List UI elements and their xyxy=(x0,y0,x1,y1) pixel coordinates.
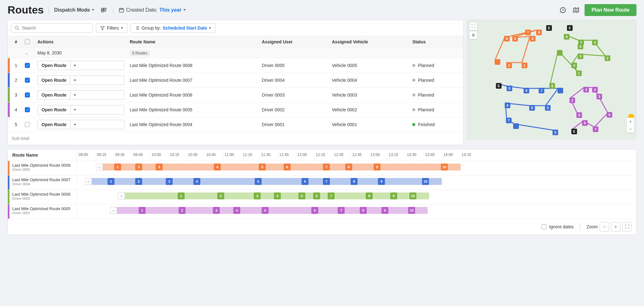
timeline-track[interactable]: ⌂ 12345678910 xyxy=(77,190,636,204)
row-checkbox[interactable]: ✓ xyxy=(25,107,30,112)
dispatch-mode-dropdown[interactable]: Dispatch Mode xyxy=(54,7,94,13)
map-pin[interactable]: 8 xyxy=(524,88,529,93)
map-icon-button[interactable] xyxy=(571,5,581,15)
map-pin[interactable]: 1 xyxy=(576,70,582,76)
timeline-stop[interactable]: 3 xyxy=(166,178,173,185)
map-pin[interactable]: E xyxy=(571,129,577,134)
timeline-stop[interactable]: 9 xyxy=(378,178,385,185)
map-pin[interactable]: E xyxy=(567,25,573,31)
dispatch-icon-button[interactable] xyxy=(99,6,108,14)
map-pin[interactable]: 8 xyxy=(504,36,510,42)
timeline-stop[interactable]: 4 xyxy=(233,207,240,214)
timeline-stop[interactable]: 4 xyxy=(214,164,221,170)
map-pin[interactable]: E xyxy=(546,25,552,31)
ignore-dates-toggle[interactable]: Ignore dates xyxy=(541,224,574,229)
filters-button[interactable]: Filters xyxy=(96,23,127,33)
select-all-checkbox[interactable] xyxy=(25,39,30,44)
timeline-track[interactable]: ⌂ 12345678910 xyxy=(77,161,636,175)
map-pin[interactable]: $ xyxy=(549,83,555,89)
history-icon-button[interactable] xyxy=(558,5,568,15)
timeline-stop[interactable]: 10 xyxy=(422,178,429,185)
map-pin[interactable]: 3 xyxy=(583,87,589,92)
map-pin[interactable]: 2 xyxy=(506,63,512,68)
map-pin[interactable] xyxy=(513,123,519,129)
map-panel[interactable]: ⛶ ⚙ 868792197635241$EEEE9876837534529687… xyxy=(467,20,636,139)
row-checkbox[interactable] xyxy=(25,122,30,127)
map-pin[interactable]: 9 xyxy=(507,86,512,91)
timeline-stop[interactable]: 2 xyxy=(135,178,142,185)
map-pin[interactable]: 6 xyxy=(505,103,510,108)
timeline-stop[interactable]: 6 xyxy=(284,164,291,170)
timeline-stop[interactable]: 2 xyxy=(217,192,224,199)
map-pin[interactable]: 5 xyxy=(578,53,583,59)
map-pin[interactable]: 6 xyxy=(578,44,583,49)
open-route-label[interactable]: Open Route xyxy=(38,105,70,114)
row-checkbox[interactable]: ✓ xyxy=(25,92,30,97)
timeline-stop[interactable]: 9 xyxy=(374,164,380,170)
map-pin[interactable]: 8 xyxy=(530,36,536,42)
timeline-stop[interactable]: 8 xyxy=(366,192,373,199)
map-pin[interactable] xyxy=(495,59,500,65)
timeline-stop[interactable]: 4 xyxy=(274,192,281,199)
map-pin[interactable]: 2 xyxy=(605,55,610,61)
timeline-stop[interactable]: 10 xyxy=(408,207,415,214)
map-pin[interactable]: 3 xyxy=(545,105,551,111)
map-pin[interactable]: 6 xyxy=(607,112,612,118)
row-checkbox[interactable]: ✓ xyxy=(25,78,30,83)
map-pin[interactable]: 7 xyxy=(593,126,598,132)
open-route-dropdown[interactable] xyxy=(70,120,79,129)
timeline-stop[interactable]: 1 xyxy=(108,178,114,185)
timeline-stop[interactable]: 5 xyxy=(262,207,269,214)
row-checkbox[interactable]: ✓ xyxy=(25,63,30,68)
timeline-stop[interactable]: 4 xyxy=(193,178,200,185)
search-input[interactable] xyxy=(22,25,89,31)
open-route-label[interactable]: Open Route xyxy=(38,91,70,99)
map-pin[interactable]: 2 xyxy=(569,97,575,103)
timeline-fullscreen[interactable]: ⛶ xyxy=(622,222,632,231)
timeline-stop[interactable]: 1 xyxy=(139,207,146,214)
timeline-stop[interactable]: 10 xyxy=(409,192,416,199)
open-route-label[interactable]: Open Route xyxy=(38,76,70,85)
timeline-stop[interactable]: 2 xyxy=(135,164,142,170)
groupby-dropdown[interactable]: Group by: Scheduled Start Date xyxy=(130,23,215,33)
timeline-stop[interactable]: 5 xyxy=(298,192,305,199)
open-route-button[interactable]: Open Route xyxy=(37,120,125,129)
map-pin[interactable] xyxy=(557,50,563,56)
timeline-stop[interactable]: 1 xyxy=(178,192,185,199)
timeline-stop[interactable]: 5 xyxy=(255,178,262,185)
plan-new-route-button[interactable]: Plan New Route xyxy=(585,4,636,16)
open-route-button[interactable]: Open Route xyxy=(37,105,125,114)
timeline-stop[interactable]: 1 xyxy=(114,164,121,170)
timeline-stop[interactable]: 9 xyxy=(381,207,388,214)
group-collapse-icon[interactable]: ⌄ xyxy=(25,50,29,55)
open-route-button[interactable]: Open Route xyxy=(37,90,125,100)
open-route-label[interactable]: Open Route xyxy=(38,61,70,70)
timeline-stop[interactable]: 6 xyxy=(302,178,308,185)
timeline-stop[interactable]: 8 xyxy=(360,207,367,214)
timeline-stop[interactable]: 6 xyxy=(313,192,320,199)
timeline-zoom-in[interactable]: + xyxy=(611,222,620,231)
map-pin[interactable]: 8 xyxy=(582,120,588,126)
map-pin[interactable]: 9 xyxy=(536,30,542,35)
open-route-dropdown[interactable] xyxy=(70,91,79,99)
open-route-label[interactable]: Open Route xyxy=(38,120,70,129)
map-zoom-in[interactable]: + xyxy=(627,118,634,125)
ignore-dates-checkbox[interactable] xyxy=(541,224,547,229)
timeline-stop[interactable]: 7 xyxy=(328,192,335,199)
timeline-stop[interactable]: 2 xyxy=(179,207,186,214)
map-pin[interactable]: 9 xyxy=(564,34,569,40)
map-pin[interactable]: 4 xyxy=(571,63,577,68)
open-route-button[interactable]: Open Route xyxy=(37,75,125,85)
open-route-dropdown[interactable] xyxy=(70,105,79,114)
timeline-zoom-out[interactable]: − xyxy=(600,222,609,231)
open-route-dropdown[interactable] xyxy=(70,76,79,85)
map-pin[interactable] xyxy=(558,88,563,93)
timeline-stop[interactable]: 3 xyxy=(213,207,220,214)
timeline-track[interactable]: ⌂ 12345678910 xyxy=(77,175,636,190)
map-pin[interactable]: 7 xyxy=(506,118,512,123)
timeline-stop[interactable]: 10 xyxy=(441,164,448,170)
open-route-button[interactable]: Open Route xyxy=(37,61,125,70)
timeline-stop[interactable]: 6 xyxy=(311,207,318,214)
timeline-stop[interactable]: 3 xyxy=(156,164,163,170)
timeline-stop[interactable]: 7 xyxy=(323,178,330,185)
